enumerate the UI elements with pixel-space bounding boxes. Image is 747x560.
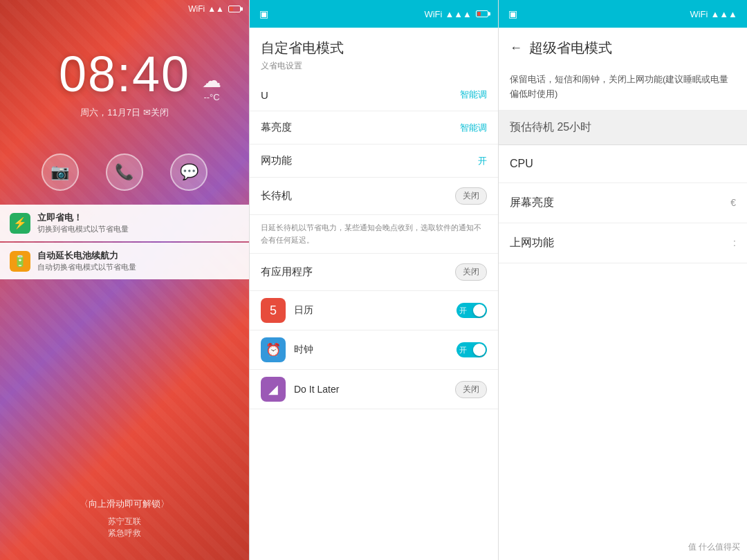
back-button[interactable]: ← — [510, 41, 522, 55]
calendar-app-icon: 5 — [261, 298, 286, 323]
setting-label-brightness: 幕亮度 — [261, 121, 292, 134]
lock-bottom: 〈向上滑动即可解锁〉 苏宁互联 紧急呼救 — [0, 498, 249, 539]
clock-app-name: 时钟 — [294, 344, 448, 356]
lock-shortcuts: 📷 📞 💬 — [0, 153, 249, 191]
app-item-doitlater[interactable]: ◢ Do It Later 关闭 — [250, 370, 498, 409]
super-setting-cpu[interactable]: CPU — [499, 145, 747, 183]
notif-battery-icon-2: 🔋 — [10, 251, 30, 272]
notif-title-2: 自动延长电池续航力 — [37, 250, 136, 262]
watermark: 值 什么值得买 — [688, 541, 740, 553]
sub-links: 苏宁互联 紧急呼救 — [0, 516, 249, 539]
super-power-panel: ▣ WiFi ▲▲▲ ← 超级省电模式 保留电话，短信和闹钟，关闭上网功能(建议… — [498, 0, 747, 560]
notif-text-2: 自动延长电池续航力 自动切换省电模式以节省电量 — [37, 250, 136, 272]
custom-wifi-icon: WiFi — [424, 9, 442, 19]
app-item-clock[interactable]: ⏰ 时钟 开 — [250, 330, 498, 370]
notif-desc: 切换到省电模式以节省电量 — [37, 224, 129, 234]
weather-icon: ☁ — [202, 69, 221, 92]
super-setting-value-brightness: € — [730, 197, 736, 208]
setting-item-brightness[interactable]: 幕亮度 智能调 — [250, 111, 498, 144]
doitlater-app-name: Do It Later — [294, 384, 447, 395]
super-panel-title: 超级省电模式 — [529, 39, 612, 57]
super-status-bar: ▣ WiFi ▲▲▲ — [499, 0, 747, 28]
notif-desc-2: 自动切换省电模式以节省电量 — [37, 262, 136, 272]
lock-weather: ☁ --°C — [202, 69, 221, 102]
setting-value-u: 智能调 — [460, 88, 487, 101]
notif-title: 立即省电！ — [37, 212, 129, 224]
custom-status-left: ▣ — [259, 8, 268, 19]
standby-desc: 日延长待机以节省电力，某些通知会晚点收到，选取软件的通知不会有任何延迟。 — [250, 215, 498, 254]
apps-toggle[interactable]: 关闭 — [455, 263, 487, 281]
custom-power-panel: ▣ WiFi ▲▲▲ 自定省电模式 义省电设置 U 智能调 幕亮度 智能调 网功… — [249, 0, 498, 560]
camera-shortcut[interactable]: 📷 — [42, 153, 79, 191]
custom-panel-title: 自定省电模式 — [261, 39, 487, 57]
clock-toggle[interactable]: 开 — [456, 342, 487, 357]
super-setting-label-internet: 上网功能 — [510, 236, 554, 250]
custom-battery-icon — [476, 10, 488, 17]
super-signal-icon: ▲▲▲ — [710, 9, 737, 19]
super-settings-list[interactable]: 保留电话，短信和闹钟，关闭上网功能(建议睡眠或电量偏低时使用) 预估待机 25小… — [499, 64, 747, 560]
standby-toggle[interactable]: 关闭 — [455, 187, 487, 205]
setting-item-apps[interactable]: 有应用程序 关闭 — [250, 254, 498, 291]
lock-date: 周六，11月7日 ✉关闭 — [0, 106, 249, 119]
lock-temperature: --°C — [202, 92, 221, 102]
super-setting-value-internet: : — [733, 237, 736, 248]
setting-item-standby[interactable]: 长待机 关闭 — [250, 178, 498, 215]
doitlater-app-icon: ◢ — [261, 377, 286, 402]
custom-status-bar: ▣ WiFi ▲▲▲ — [250, 0, 498, 28]
lock-screen-panel: WiFi ▲▲ 08:40 ☁ --°C 周六，11月7日 ✉关闭 📷 📞 💬 … — [0, 0, 249, 560]
super-wifi-icon: WiFi — [690, 9, 708, 19]
super-power-desc: 保留电话，短信和闹钟，关闭上网功能(建议睡眠或电量偏低时使用) — [499, 64, 747, 111]
lock-notifications: ⚡ 立即省电！ 切换到省电模式以节省电量 🔋 自动延长电池续航力 自动切换省电模… — [0, 205, 249, 279]
slide-hint: 〈向上滑动即可解锁〉 — [0, 498, 249, 510]
super-status-right: WiFi ▲▲▲ — [690, 9, 737, 19]
setting-label-apps: 有应用程序 — [261, 265, 313, 279]
clock-toggle-label: 开 — [459, 345, 467, 355]
calendar-toggle-label: 开 — [459, 306, 467, 316]
super-title-area: ← 超级省电模式 — [499, 28, 747, 64]
super-setting-label-brightness: 屏幕亮度 — [510, 196, 554, 210]
setting-value-network: 开 — [478, 155, 487, 167]
super-status-icon: ▣ — [508, 8, 517, 19]
lock-status-icons: WiFi ▲▲ — [188, 4, 241, 14]
app-item-calendar[interactable]: 5 日历 开 — [250, 291, 498, 330]
custom-settings-list[interactable]: U 智能调 幕亮度 智能调 网功能 开 长待机 关闭 日延长待机以节省电力，某些… — [250, 79, 498, 560]
phone-shortcut[interactable]: 📞 — [106, 153, 143, 191]
notification-item[interactable]: ⚡ 立即省电！ 切换到省电模式以节省电量 — [0, 205, 249, 241]
setting-label-u: U — [261, 89, 268, 101]
setting-item-network[interactable]: 网功能 开 — [250, 144, 498, 178]
setting-label-standby: 长待机 — [261, 189, 292, 203]
calendar-toggle[interactable]: 开 — [456, 303, 487, 318]
custom-status-right: WiFi ▲▲▲ — [424, 9, 488, 19]
sub-link-2[interactable]: 紧急呼救 — [108, 528, 141, 538]
clock-app-icon: ⏰ — [261, 337, 286, 362]
super-setting-label-cpu: CPU — [510, 158, 533, 170]
notification-item-2[interactable]: 🔋 自动延长电池续航力 自动切换省电模式以节省电量 — [0, 243, 249, 279]
doitlater-toggle[interactable]: 关闭 — [455, 381, 487, 398]
super-setting-brightness[interactable]: 屏幕亮度 € — [499, 183, 747, 223]
wifi-icon: WiFi — [188, 4, 205, 14]
lock-status-bar: WiFi ▲▲ — [0, 0, 249, 18]
battery-icon — [228, 6, 241, 12]
custom-signal-icon: ▲▲▲ — [445, 9, 472, 19]
super-status-left: ▣ — [508, 8, 517, 19]
custom-panel-subtitle: 义省电设置 — [261, 60, 487, 72]
custom-title-area: 自定省电模式 义省电设置 — [250, 28, 498, 79]
custom-status-icon: ▣ — [259, 8, 268, 19]
message-shortcut[interactable]: 💬 — [170, 153, 208, 191]
super-setting-internet[interactable]: 上网功能 : — [499, 223, 747, 263]
super-standby-estimate: 预估待机 25小时 — [499, 111, 747, 145]
calendar-app-name: 日历 — [294, 304, 448, 317]
setting-label-network: 网功能 — [261, 154, 292, 167]
sub-link-1[interactable]: 苏宁互联 — [108, 516, 141, 526]
notif-battery-icon: ⚡ — [10, 213, 30, 234]
setting-value-brightness: 智能调 — [460, 122, 487, 134]
signal-icon: ▲▲ — [208, 4, 224, 14]
notif-text: 立即省电！ 切换到省电模式以节省电量 — [37, 212, 129, 234]
calendar-icon-label: 5 — [270, 304, 277, 318]
setting-item-u[interactable]: U 智能调 — [250, 79, 498, 111]
